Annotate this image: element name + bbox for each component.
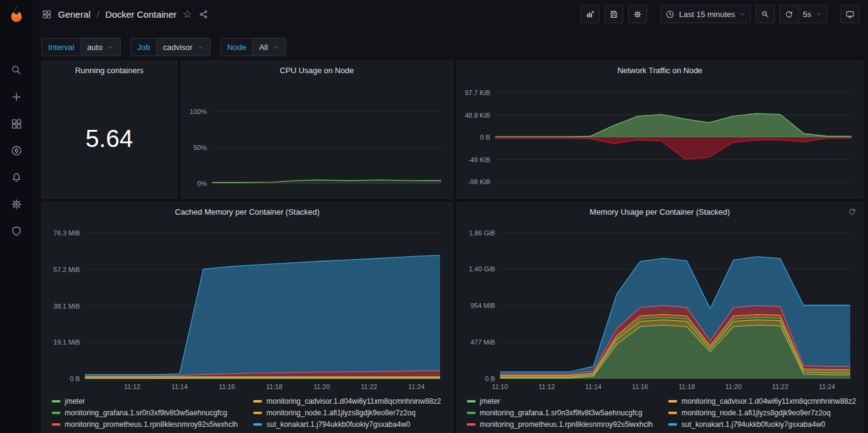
network-traffic-chart[interactable]: 97.7 KiB48.8 KiB0 B-49 KiB-98 KiB [461, 82, 859, 195]
refresh-dashboard-button[interactable] [779, 5, 798, 23]
sidebar-item-alerting[interactable] [0, 164, 33, 191]
panel-title[interactable]: Network Traffic on Node [457, 62, 863, 79]
chevron-down-icon [816, 11, 822, 18]
sidebar-item-create[interactable] [0, 84, 33, 110]
compass-icon [10, 145, 23, 157]
legend-swatch [52, 412, 60, 414]
legend: jmetermonitoring_cadvisor.1.d04wi6y11xm8… [467, 397, 856, 429]
sidebar [0, 0, 33, 433]
breadcrumb-dashboard-title[interactable]: Docker Container [106, 9, 177, 20]
svg-text:-49 KiB: -49 KiB [468, 156, 490, 163]
legend-label: jmeter [480, 397, 500, 406]
panel-memory-usage: Memory Usage per Container (Stacked) 0 B… [457, 202, 863, 433]
svg-text:76.3 MiB: 76.3 MiB [54, 229, 80, 237]
legend: jmetermonitoring_cadvisor.1.d04wi6y11xm8… [52, 397, 441, 429]
star-icon[interactable]: ☆ [183, 9, 192, 20]
time-range-picker[interactable]: Last 15 minutes [660, 5, 751, 23]
svg-text:11:14: 11:14 [172, 383, 188, 390]
variable-value: All [259, 43, 267, 52]
legend-swatch [253, 423, 262, 426]
svg-text:11:22: 11:22 [772, 383, 789, 390]
legend-item[interactable]: monitoring_node.1.afi1jlyzs8gdjk9eo9er7z… [253, 409, 441, 417]
breadcrumb-folder[interactable]: General [58, 9, 90, 20]
stat-value: 5.64 [42, 79, 176, 198]
chevron-down-icon [273, 44, 280, 51]
sidebar-item-server-admin[interactable] [0, 218, 33, 245]
variable-value-dropdown[interactable]: cadvisor [157, 38, 211, 56]
variable-value: auto [87, 43, 103, 52]
svg-text:954 MiB: 954 MiB [471, 302, 495, 309]
panel-network-traffic: Network Traffic on Node 97.7 KiB48.8 KiB… [457, 61, 863, 199]
chevron-down-icon [107, 44, 114, 51]
add-panel-button[interactable] [580, 5, 599, 23]
svg-text:19.1 MiB: 19.1 MiB [54, 338, 80, 346]
legend-swatch [253, 412, 262, 414]
svg-text:0 B: 0 B [70, 375, 80, 382]
legend-item[interactable]: monitoring_prometheus.1.rpn8klesnmroy92s… [52, 420, 237, 429]
variable-value-dropdown[interactable]: All [253, 38, 286, 56]
memory-usage-chart[interactable]: 0 B477 MiB954 MiB1.40 GiB1.86 GiB11:1011… [462, 221, 858, 393]
topbar: General / Docker Container ☆ Last 15 min… [33, 0, 868, 28]
legend-item[interactable]: monitoring_grafana.1.sr0n3xf9tv8t3w5aehn… [52, 409, 237, 417]
save-dashboard-button[interactable] [604, 5, 623, 23]
legend-label: monitoring_cadvisor.1.d04wi6y11xm8qcmnhn… [681, 397, 856, 406]
svg-text:0 B: 0 B [480, 134, 490, 141]
svg-text:11:18: 11:18 [679, 383, 695, 390]
cpu-usage-chart[interactable]: 0%50%100% [185, 82, 449, 195]
share-icon[interactable] [198, 9, 209, 20]
svg-text:-98 KiB: -98 KiB [468, 178, 490, 185]
svg-text:11:16: 11:16 [632, 383, 648, 390]
legend-swatch [52, 400, 60, 403]
legend-item[interactable]: monitoring_node.1.afi1jlyzs8gdjk9eo9er7z… [668, 409, 856, 417]
svg-text:11:12: 11:12 [538, 383, 555, 390]
refresh-interval-label: 5s [803, 10, 811, 19]
variable-label: Node [220, 38, 253, 56]
legend-item[interactable]: monitoring_prometheus.1.rpn8klesnmroy92s… [467, 420, 653, 429]
legend-label: monitoring_node.1.afi1jlyzs8gdjk9eo9er7z… [266, 409, 415, 417]
legend-item[interactable]: monitoring_cadvisor.1.d04wi6y11xm8qcmnhn… [253, 397, 441, 406]
cached-memory-chart[interactable]: 0 B19.1 MiB38.1 MiB57.2 MiB76.3 MiB11:12… [47, 221, 447, 393]
legend-swatch [253, 400, 262, 403]
sidebar-item-search[interactable] [0, 57, 33, 84]
legend-item[interactable]: sut_konakart.1.j794ukkb0fuokiy7gsxaba4w0 [668, 420, 856, 429]
legend-item[interactable]: jmeter [467, 397, 653, 406]
grafana-flame-icon [7, 5, 26, 23]
legend-swatch [668, 423, 677, 426]
panel-title[interactable]: Memory Usage per Container (Stacked) [457, 203, 863, 220]
legend-item[interactable]: jmeter [52, 397, 237, 406]
sidebar-item-explore[interactable] [0, 137, 33, 164]
save-icon [609, 10, 618, 19]
legend-label: sut_konakart.1.j794ukkb0fuokiy7gsxaba4w0 [266, 420, 410, 429]
bell-icon [10, 171, 23, 184]
zoom-out-time-button[interactable] [756, 5, 775, 23]
panel-title[interactable]: Running containers [42, 62, 176, 79]
sidebar-item-configuration[interactable] [0, 191, 33, 218]
legend-item[interactable]: monitoring_grafana.1.sr0n3xf9tv8t3w5aehn… [467, 409, 653, 417]
legend-swatch [467, 412, 476, 414]
legend-swatch [467, 423, 476, 426]
breadcrumb-separator: / [96, 9, 99, 20]
legend-item[interactable]: sut_konakart.1.j794ukkb0fuokiy7gsxaba4w0 [253, 420, 441, 429]
time-range-label: Last 15 minutes [679, 10, 735, 19]
svg-text:11:18: 11:18 [266, 383, 283, 390]
legend-item[interactable]: monitoring_cadvisor.1.d04wi6y11xm8qcmnhn… [668, 397, 856, 406]
shield-icon [10, 225, 23, 237]
svg-text:97.7 KiB: 97.7 KiB [465, 89, 490, 96]
panel-title[interactable]: CPU Usage on Node [181, 62, 452, 79]
panel-title[interactable]: Cached Memory per Container (Stacked) [42, 203, 452, 220]
svg-text:11:24: 11:24 [408, 383, 425, 390]
svg-text:11:16: 11:16 [219, 383, 235, 390]
refresh-icon [784, 10, 794, 19]
legend-swatch [668, 400, 677, 403]
panel-cached-memory: Cached Memory per Container (Stacked) 0 … [42, 202, 453, 433]
refresh-interval-picker[interactable]: 5s [798, 5, 827, 23]
sidebar-item-dashboards[interactable] [0, 110, 33, 137]
grafana-logo[interactable] [7, 5, 26, 25]
svg-text:11:14: 11:14 [585, 383, 602, 390]
tv-mode-button[interactable] [841, 5, 859, 23]
dashboard-settings-button[interactable] [628, 5, 647, 23]
svg-text:48.8 KiB: 48.8 KiB [465, 112, 490, 119]
panel-refresh-icon[interactable] [848, 207, 856, 218]
variable-value-dropdown[interactable]: auto [81, 38, 121, 56]
gear-icon [10, 198, 23, 210]
